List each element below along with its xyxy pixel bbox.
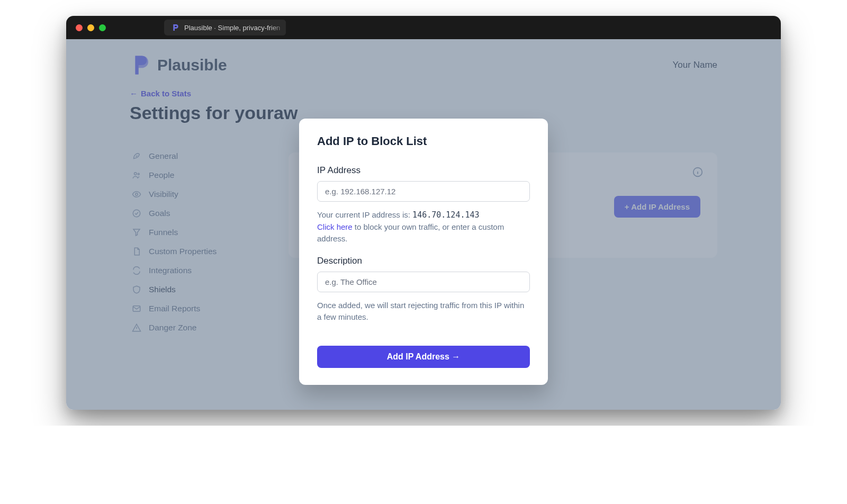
tab-title: Plausible · Simple, privacy-frien xyxy=(184,24,280,32)
browser-window: Plausible · Simple, privacy-frien Plausi… xyxy=(66,16,781,410)
submit-label: Add IP Address → xyxy=(387,352,461,362)
current-ip-value: 146.70.124.143 xyxy=(412,210,479,220)
ip-help-prefix: Your current IP address is: xyxy=(317,210,412,219)
window-close-icon[interactable] xyxy=(76,24,83,31)
ip-address-label: IP Address xyxy=(317,165,530,176)
tab-favicon-icon xyxy=(172,23,180,32)
description-label: Description xyxy=(317,256,530,266)
modal-overlay[interactable]: Add IP to Block List IP Address Your cur… xyxy=(66,39,781,410)
description-help-text: Once added, we will start rejecting traf… xyxy=(317,300,530,323)
window-minimize-icon[interactable] xyxy=(87,24,94,31)
app-body: Plausible Your Name ← Back to Stats Sett… xyxy=(66,39,781,410)
window-zoom-icon[interactable] xyxy=(99,24,106,31)
description-group: Description Once added, we will start re… xyxy=(317,256,530,323)
browser-tab[interactable]: Plausible · Simple, privacy-frien xyxy=(164,20,286,35)
modal-title: Add IP to Block List xyxy=(317,134,530,148)
add-ip-modal: Add IP to Block List IP Address Your cur… xyxy=(299,119,548,385)
ip-help-text: Your current IP address is: 146.70.124.1… xyxy=(317,209,530,245)
title-bar: Plausible · Simple, privacy-frien xyxy=(66,16,781,39)
click-here-link[interactable]: Click here xyxy=(317,222,353,231)
description-input[interactable] xyxy=(317,272,530,292)
traffic-lights xyxy=(76,24,106,31)
ip-address-group: IP Address Your current IP address is: 1… xyxy=(317,165,530,245)
submit-add-ip-button[interactable]: Add IP Address → xyxy=(317,346,530,368)
ip-address-input[interactable] xyxy=(317,181,530,202)
